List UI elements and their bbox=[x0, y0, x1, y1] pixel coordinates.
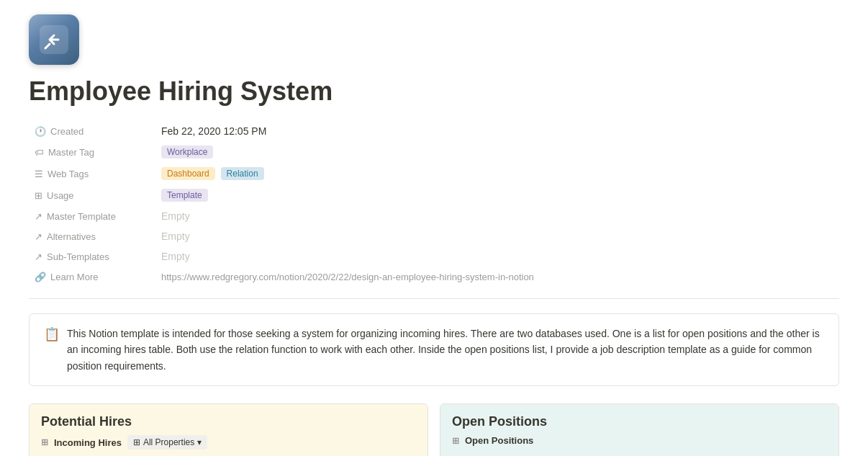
alternatives-value: Empty bbox=[155, 226, 839, 246]
created-label: 🕐 Created bbox=[35, 126, 150, 137]
page-title: Employee Hiring System bbox=[29, 76, 839, 107]
master-template-label: ↗ Master Template bbox=[35, 211, 150, 222]
property-row-master-template: ↗ Master Template Empty bbox=[29, 206, 839, 226]
alternatives-label: ↗ Alternatives bbox=[35, 231, 150, 242]
property-row-usage: ⊞ Usage Template bbox=[29, 184, 839, 206]
arrow-up-right-icon-3: ↗ bbox=[35, 251, 42, 262]
learn-more-link[interactable]: https://www.redgregory.com/notion/2020/2… bbox=[161, 272, 534, 282]
chevron-down-icon: ▾ bbox=[197, 437, 202, 447]
arrow-up-right-icon-2: ↗ bbox=[35, 231, 42, 242]
learn-more-value: https://www.redgregory.com/notion/2020/2… bbox=[155, 267, 839, 287]
sub-templates-label: ↗ Sub-Templates bbox=[35, 251, 150, 262]
callout-box: 📋 This Notion template is intended for t… bbox=[29, 313, 839, 386]
web-tags-label: ☰ Web Tags bbox=[35, 169, 150, 179]
property-row-created: 🕐 Created Feb 22, 2020 12:05 PM bbox=[29, 121, 839, 141]
open-positions-panel: Open Positions ⊞ Open Positions Name Tag bbox=[440, 403, 839, 456]
relation-tag[interactable]: Relation bbox=[221, 167, 264, 180]
property-row-master-tag: 🏷 Master Tag Workplace bbox=[29, 141, 839, 163]
callout-text: This Notion template is intended for tho… bbox=[67, 326, 824, 374]
divider bbox=[29, 298, 839, 299]
grid-icon: ⊞ bbox=[35, 190, 42, 201]
open-positions-subtitle-row: ⊞ Open Positions bbox=[452, 435, 827, 446]
databases-row: Potential Hires ⊞ Incoming Hires ⊞ All P… bbox=[29, 403, 839, 456]
list-icon: ☰ bbox=[35, 169, 43, 179]
all-properties-button[interactable]: ⊞ All Properties ▾ bbox=[127, 435, 207, 450]
properties-table: 🕐 Created Feb 22, 2020 12:05 PM 🏷 Master… bbox=[29, 121, 839, 287]
master-tag-value: Workplace bbox=[155, 141, 839, 163]
learn-more-label: 🔗 Learn More bbox=[35, 272, 150, 282]
property-row-alternatives: ↗ Alternatives Empty bbox=[29, 226, 839, 246]
back-arrow-icon bbox=[40, 25, 68, 54]
potential-hires-panel: Potential Hires ⊞ Incoming Hires ⊞ All P… bbox=[29, 403, 428, 456]
master-tag-label: 🏷 Master Tag bbox=[35, 147, 150, 158]
open-positions-header: Open Positions ⊞ Open Positions bbox=[440, 404, 838, 456]
created-value: Feb 22, 2020 12:05 PM bbox=[155, 121, 839, 141]
incoming-hires-subtitle-row: ⊞ Incoming Hires ⊞ All Properties ▾ bbox=[41, 435, 416, 450]
potential-hires-title: Potential Hires bbox=[41, 414, 416, 429]
arrow-up-right-icon: ↗ bbox=[35, 211, 42, 222]
workplace-tag[interactable]: Workplace bbox=[161, 146, 213, 158]
potential-hires-header: Potential Hires ⊞ Incoming Hires ⊞ All P… bbox=[30, 404, 428, 456]
incoming-hires-subtitle: Incoming Hires bbox=[54, 437, 122, 448]
open-positions-title: Open Positions bbox=[452, 414, 827, 429]
open-positions-subtitle: Open Positions bbox=[465, 435, 533, 446]
web-tags-value: Dashboard Relation bbox=[155, 163, 839, 184]
table-icon: ⊞ bbox=[41, 437, 48, 447]
all-properties-icon: ⊞ bbox=[133, 437, 140, 447]
template-tag[interactable]: Template bbox=[161, 189, 208, 202]
sub-templates-value: Empty bbox=[155, 246, 839, 267]
callout-icon: 📋 bbox=[44, 326, 60, 342]
usage-label: ⊞ Usage bbox=[35, 190, 150, 201]
dashboard-tag[interactable]: Dashboard bbox=[161, 167, 215, 180]
tag-icon: 🏷 bbox=[35, 147, 44, 158]
master-template-value: Empty bbox=[155, 206, 839, 226]
all-properties-label: All Properties bbox=[143, 437, 194, 447]
table-icon-2: ⊞ bbox=[452, 436, 459, 446]
app-icon bbox=[29, 14, 79, 65]
usage-value: Template bbox=[155, 184, 839, 206]
property-row-sub-templates: ↗ Sub-Templates Empty bbox=[29, 246, 839, 267]
link-icon: 🔗 bbox=[35, 272, 46, 282]
property-row-learn-more: 🔗 Learn More https://www.redgregory.com/… bbox=[29, 267, 839, 287]
page-container: Employee Hiring System 🕐 Created Feb 22,… bbox=[0, 0, 868, 456]
clock-icon: 🕐 bbox=[35, 126, 46, 137]
property-row-web-tags: ☰ Web Tags Dashboard Relation bbox=[29, 163, 839, 184]
